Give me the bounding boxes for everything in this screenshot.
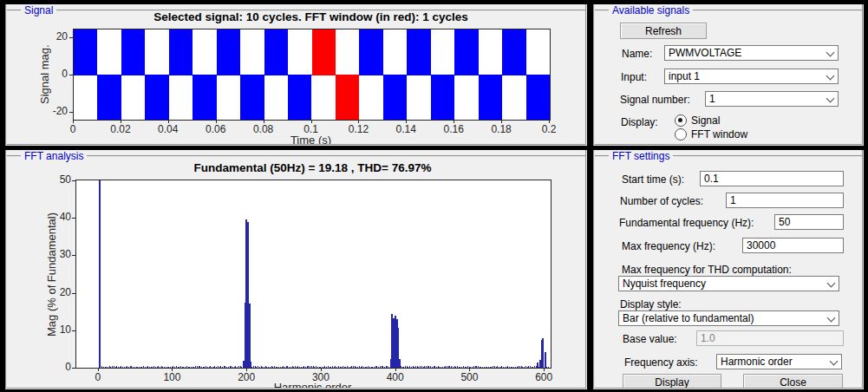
refresh-button[interactable]: Refresh bbox=[620, 23, 707, 39]
y-tick-label: 40 bbox=[47, 211, 71, 223]
input-label: Input: bbox=[621, 71, 647, 83]
base-value-field: 1.0 bbox=[696, 330, 844, 346]
display-style-label: Display style: bbox=[620, 298, 682, 310]
chevron-down-icon bbox=[826, 95, 835, 103]
fft-bar bbox=[399, 359, 401, 368]
y-tick-label: 20 bbox=[40, 30, 68, 42]
x-tick-label: 0.1 bbox=[294, 123, 329, 135]
x-tick-label: 300 bbox=[302, 371, 340, 383]
y-tick-label: 0 bbox=[40, 68, 68, 80]
radio-button-icon bbox=[675, 114, 687, 127]
x-tick-label: 400 bbox=[376, 371, 414, 383]
fft-plot bbox=[75, 180, 551, 369]
thd-max-frequency-value: Nyquist frequency bbox=[623, 278, 706, 290]
frequency-axis-value: Harmonic order bbox=[721, 356, 793, 368]
base-value-label: Base value: bbox=[623, 333, 677, 345]
chevron-down-icon bbox=[827, 314, 836, 323]
fft-bar bbox=[99, 180, 101, 368]
x-tick-label: 600 bbox=[525, 371, 563, 383]
chevron-down-icon bbox=[827, 279, 836, 288]
signal-wave-segment bbox=[336, 75, 359, 120]
y-tick-label: 10 bbox=[47, 323, 71, 336]
signal-x-axis-label: Time (s) bbox=[73, 134, 549, 146]
y-tick-label: 30 bbox=[47, 248, 71, 260]
start-time-field[interactable]: 0.1 bbox=[700, 171, 844, 186]
display-radio-signal[interactable]: Signal bbox=[675, 114, 720, 127]
thd-max-frequency-label: Max frequency for THD computation: bbox=[622, 264, 792, 276]
y-tick-label: -20 bbox=[40, 105, 68, 117]
signal-wave-segment bbox=[407, 29, 430, 75]
signal-wave-segment bbox=[240, 75, 264, 120]
fft-plot-title: Fundamental (50Hz) = 19.18 , THD= 76.97% bbox=[75, 161, 550, 174]
chevron-down-icon bbox=[826, 49, 835, 57]
y-tick-label: 50 bbox=[47, 173, 71, 186]
display-label: Display: bbox=[621, 116, 658, 128]
fft-bar bbox=[250, 362, 251, 368]
signal-wave-segment bbox=[288, 75, 311, 120]
signal-wave-segment bbox=[526, 75, 550, 120]
signal-number-dropdown[interactable]: 1 bbox=[705, 91, 839, 107]
display-button[interactable]: Display bbox=[623, 374, 721, 389]
signal-wave-segment bbox=[217, 29, 240, 75]
signal-wave-segment bbox=[145, 75, 168, 120]
x-tick-label: 0 bbox=[79, 371, 117, 383]
fft-y-axis-label: Mag (% of Fundamental) bbox=[45, 180, 58, 369]
fundamental-frequency-label: Fundamental frequency (Hz): bbox=[619, 217, 754, 229]
x-tick-label: 0 bbox=[55, 123, 90, 135]
radio-button-icon bbox=[675, 128, 687, 140]
signal-panel-legend: Signal bbox=[21, 4, 56, 16]
y-tick-label: 20 bbox=[47, 286, 71, 298]
x-tick-label: 0.08 bbox=[246, 123, 281, 135]
max-frequency-label: Max frequency (Hz): bbox=[622, 240, 715, 252]
signal-number-label: Signal number: bbox=[620, 94, 690, 106]
fft-analysis-legend: FFT analysis bbox=[21, 150, 87, 162]
frequency-axis-dropdown[interactable]: Harmonic order bbox=[716, 354, 842, 369]
display-style-value: Bar (relative to fundamental) bbox=[623, 312, 754, 324]
x-tick-label: 100 bbox=[153, 371, 191, 383]
fft-window-zero-line bbox=[312, 75, 360, 75]
input-dropdown[interactable]: input 1 bbox=[664, 69, 839, 84]
signal-wave-segment bbox=[97, 75, 121, 120]
x-tick-label: 0.02 bbox=[103, 123, 138, 135]
fft-bar bbox=[545, 352, 546, 368]
x-tick-label: 0.2 bbox=[532, 123, 566, 135]
fft-settings-legend: FFT settings bbox=[609, 150, 673, 162]
name-dropdown[interactable]: PWMVOLTAGE bbox=[664, 45, 839, 61]
available-signals-legend: Available signals bbox=[609, 4, 693, 16]
name-label: Name: bbox=[622, 48, 652, 60]
signal-wave-segment bbox=[264, 29, 288, 75]
signal-wave-segment bbox=[74, 29, 97, 75]
fft-noise-bar bbox=[548, 367, 549, 368]
signal-wave-segment bbox=[312, 29, 336, 75]
available-signals-panel: Available signals Refresh Name: PWMVOLTA… bbox=[593, 4, 864, 146]
fft-settings-panel: FFT settings Start time (s): 0.1 Number … bbox=[593, 150, 864, 389]
start-time-label: Start time (s): bbox=[622, 173, 684, 186]
signal-wave-segment bbox=[383, 75, 407, 120]
fft-analysis-panel: FFT analysis Fundamental (50Hz) = 19.18 … bbox=[5, 150, 587, 389]
x-tick-label: 0.12 bbox=[341, 123, 375, 135]
chevron-down-icon bbox=[826, 72, 835, 81]
name-dropdown-value: PWMVOLTAGE bbox=[669, 47, 741, 59]
thd-max-frequency-dropdown[interactable]: Nyquist frequency bbox=[618, 276, 839, 291]
x-tick-label: 0.16 bbox=[436, 123, 471, 135]
input-dropdown-value: input 1 bbox=[669, 70, 700, 82]
signal-wave-segment bbox=[193, 75, 216, 120]
signal-number-dropdown-value: 1 bbox=[709, 93, 715, 105]
x-tick-label: 0.18 bbox=[484, 123, 519, 135]
fft-analysis-tool-window: { "panels": { "signal": { "legend": "Sig… bbox=[0, 0, 868, 392]
signal-plot-title: Selected signal: 10 cycles. FFT window (… bbox=[73, 10, 549, 23]
signal-wave-segment bbox=[431, 75, 454, 120]
signal-panel: Signal Selected signal: 10 cycles. FFT w… bbox=[5, 4, 587, 146]
display-style-dropdown[interactable]: Bar (relative to fundamental) bbox=[618, 310, 839, 326]
chevron-down-icon bbox=[830, 357, 839, 366]
fundamental-frequency-field[interactable]: 50 bbox=[774, 214, 844, 230]
x-tick-label: 0.14 bbox=[388, 123, 423, 135]
close-button[interactable]: Close bbox=[743, 374, 843, 389]
max-frequency-field[interactable]: 30000 bbox=[742, 238, 844, 253]
signal-wave-segment bbox=[121, 29, 145, 75]
number-of-cycles-field[interactable]: 1 bbox=[726, 193, 844, 208]
display-radio-fft-window[interactable]: FFT window bbox=[675, 128, 747, 140]
signal-wave-segment bbox=[502, 29, 525, 75]
signal-wave-segment bbox=[454, 29, 478, 75]
frequency-axis-label: Frequency axis: bbox=[624, 356, 698, 369]
